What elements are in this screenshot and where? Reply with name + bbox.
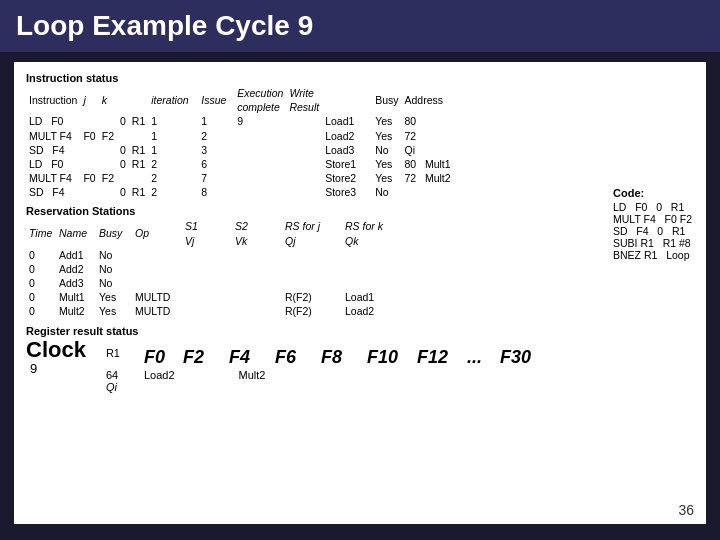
exec4	[234, 157, 269, 171]
k1b: 0	[117, 114, 129, 128]
table-row: LD F0 0 R1 2 6 Store1 Yes 80 Mult1	[26, 157, 454, 171]
exec3	[234, 143, 269, 157]
col-k: k	[99, 86, 117, 114]
col-exec-complete: Executioncomplete	[234, 86, 286, 114]
rs-col-op: Op	[132, 219, 182, 247]
reservation-stations-label: Reservation Stations	[26, 205, 694, 217]
issue6: 8	[198, 185, 234, 199]
k6b: 0	[117, 185, 129, 199]
col-blank	[117, 86, 148, 114]
fu1: Load1	[322, 114, 372, 128]
k5c	[129, 171, 148, 185]
f30-label: F30	[500, 347, 532, 368]
k3	[99, 143, 117, 157]
addr4: 80 Mult1	[402, 157, 454, 171]
table-row: SD F4 0 R1 1 3 Load3 No Qi	[26, 143, 454, 157]
rs-col-s2: S2Vk	[232, 219, 282, 247]
clock-value: 9	[30, 361, 37, 376]
k3c: R1	[129, 143, 148, 157]
exec2b	[269, 129, 287, 143]
busy6: No	[372, 185, 401, 199]
f10-label: F10	[367, 347, 399, 368]
f4-label: F4	[229, 347, 257, 368]
f6-block	[285, 369, 313, 393]
col-address: Address	[402, 86, 454, 114]
table-row: LD F0 0 R1 1 1 9 Load1 Yes 80	[26, 114, 454, 128]
f12-label: F12	[417, 347, 449, 368]
issue5: 7	[198, 171, 234, 185]
code-line-3: SD F4 0 R1	[613, 225, 692, 237]
f0-label: F0	[144, 347, 165, 368]
k5b	[117, 171, 129, 185]
j3	[80, 143, 98, 157]
rs-table: Time Name Busy Op S1Vj S2Vk RS for jQj R…	[26, 219, 402, 318]
exec4b	[269, 157, 287, 171]
addr6	[402, 185, 454, 199]
clock-block: Clock 9	[26, 339, 86, 376]
reg-table: R1 F0 F2 F4 F6 F8 F10 F12 ... F30 64 Qi	[106, 347, 532, 393]
j1	[80, 114, 98, 128]
fu5: Store2	[322, 171, 372, 185]
instr-1: LD F0	[26, 114, 80, 128]
rs-row: 0 Add3 No	[26, 276, 402, 290]
exec5b	[269, 171, 287, 185]
iter2: 1	[148, 129, 198, 143]
reg-header-row: R1 F0 F2 F4 F6 F8 F10 F12 ... F30	[106, 347, 532, 368]
f4-val: Mult2	[239, 369, 266, 381]
exec2	[234, 129, 269, 143]
k4c: R1	[129, 157, 148, 171]
rs-col-time: Time	[26, 219, 56, 247]
page-title: Loop Example Cycle 9	[16, 10, 313, 42]
j2: F0	[80, 129, 98, 143]
j5: F0	[80, 171, 98, 185]
ellipsis: ...	[467, 347, 482, 368]
rs-row: 0 Mult1 Yes MULTD R(F2) Load1	[26, 290, 402, 304]
col-iteration: iteration	[148, 86, 198, 114]
wr5	[286, 171, 322, 185]
k2b	[117, 129, 129, 143]
rs-row: 0 Add1 No	[26, 248, 402, 262]
busy4: Yes	[372, 157, 401, 171]
instr-5: MULT F4	[26, 171, 80, 185]
wr4	[286, 157, 322, 171]
instruction-status-label: Instruction status	[26, 72, 694, 84]
f2-label: F2	[183, 347, 211, 368]
k1	[99, 114, 117, 128]
register-result-label: Register result status	[26, 325, 694, 337]
code-line-5: BNEZ R1 Loop	[613, 249, 692, 261]
instr-2: MULT F4	[26, 129, 80, 143]
f10-block	[377, 369, 409, 393]
fu4: Store1	[322, 157, 372, 171]
iter5: 2	[148, 171, 198, 185]
col-blank2	[322, 86, 372, 114]
addr1: 80	[402, 114, 454, 128]
qi-value: Qi	[106, 381, 126, 393]
busy3: No	[372, 143, 401, 157]
k4	[99, 157, 117, 171]
fu2: Load2	[322, 129, 372, 143]
exec5	[234, 171, 269, 185]
fu3: Load3	[322, 143, 372, 157]
table-row: SD F4 0 R1 2 8 Store3 No	[26, 185, 454, 199]
rs-row: 0 Mult2 Yes MULTD R(F2) Load2	[26, 304, 402, 318]
table-row: MULT F4 F0 F2 1 2 Load2 Yes 72	[26, 129, 454, 143]
rs-col-rsk: RS for kQk	[342, 219, 402, 247]
instr-3: SD F4	[26, 143, 80, 157]
f4-block: Mult2	[239, 369, 267, 393]
rs-col-rsj: RS for jQj	[282, 219, 342, 247]
wr3	[286, 143, 322, 157]
iter1: 1	[148, 114, 198, 128]
main-content: Instruction status Instruction j k itera…	[14, 62, 706, 524]
col-write-result: WriteResult	[286, 86, 322, 114]
f0-qi: Load2	[144, 369, 175, 381]
exec6b	[269, 185, 287, 199]
rs-row: 0 Add2 No	[26, 262, 402, 276]
f6-label: F6	[275, 347, 303, 368]
code-line-1: LD F0 0 R1	[613, 201, 692, 213]
f8-block	[331, 369, 359, 393]
r1-label: R1	[106, 347, 126, 368]
register-result-section: Register result status Clock 9 R1 F0 F2 …	[26, 325, 694, 393]
f2-block	[193, 369, 221, 393]
code-line-2: MULT F4 F0 F2	[613, 213, 692, 225]
table-row: MULT F4 F0 F2 2 7 Store2 Yes 72 Mult2	[26, 171, 454, 185]
